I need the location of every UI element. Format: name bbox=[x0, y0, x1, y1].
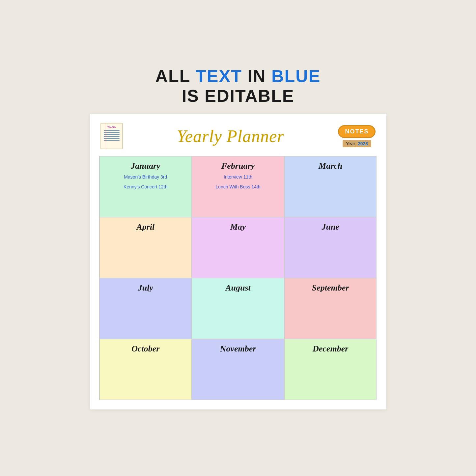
todo-line-5 bbox=[104, 138, 120, 139]
event-item-january-1[interactable]: Kenny's Concert 12th bbox=[124, 184, 167, 189]
month-cell-april[interactable]: April bbox=[99, 217, 192, 278]
headline-text: TEXT bbox=[196, 67, 242, 86]
month-cell-december[interactable]: December bbox=[284, 339, 377, 400]
headline-all: All bbox=[155, 67, 196, 86]
todo-icon: To-Do bbox=[100, 123, 123, 149]
todo-line-6 bbox=[104, 140, 120, 141]
todo-line-3 bbox=[104, 134, 120, 135]
headline-line2: IS EDITABLE bbox=[155, 86, 321, 106]
month-cell-july[interactable]: July bbox=[99, 278, 192, 339]
month-cell-august[interactable]: August bbox=[192, 278, 284, 339]
headline-blue: BLUE bbox=[271, 67, 321, 86]
month-name-may: May bbox=[197, 222, 279, 232]
month-cell-may[interactable]: May bbox=[192, 217, 284, 278]
planner-card: To-Do Yearly Planner NOTES Year: 2 bbox=[90, 114, 386, 409]
month-name-june: June bbox=[290, 222, 371, 232]
month-name-august: August bbox=[197, 283, 279, 293]
year-value[interactable]: 2023 bbox=[358, 141, 368, 146]
month-cell-june[interactable]: June bbox=[284, 217, 377, 278]
headline: All TEXT IN BLUE IS EDITABLE bbox=[155, 67, 321, 106]
todo-margin-line bbox=[106, 124, 106, 149]
planner-title: Yearly Planner bbox=[177, 126, 284, 146]
month-name-july: July bbox=[105, 283, 186, 293]
month-name-february: February bbox=[197, 161, 279, 171]
month-cell-september[interactable]: September bbox=[284, 278, 377, 339]
month-events-february: Interview 11thLunch With Boss 14th bbox=[197, 174, 279, 189]
month-name-december: December bbox=[290, 344, 371, 354]
event-item-february-1[interactable]: Lunch With Boss 14th bbox=[215, 184, 260, 189]
event-item-february-0[interactable]: Interview 11th bbox=[224, 174, 252, 180]
year-badge: Year: 2023 bbox=[343, 140, 371, 147]
notes-section: NOTES Year: 2023 bbox=[338, 125, 376, 147]
month-name-april: April bbox=[105, 222, 186, 232]
event-item-january-0[interactable]: Mason's Birthday 3rd bbox=[124, 174, 167, 180]
month-name-march: March bbox=[290, 161, 371, 171]
month-cell-october[interactable]: October bbox=[99, 339, 192, 400]
headline-in: IN bbox=[242, 67, 271, 86]
planner-header: To-Do Yearly Planner NOTES Year: 2 bbox=[99, 123, 377, 149]
notes-badge: NOTES bbox=[338, 125, 376, 138]
month-events-january: Mason's Birthday 3rdKenny's Concert 12th bbox=[105, 174, 186, 189]
todo-title: To-Do bbox=[104, 126, 120, 129]
month-cell-february[interactable]: FebruaryInterview 11thLunch With Boss 14… bbox=[192, 156, 284, 217]
headline-line1: All TEXT IN BLUE bbox=[155, 67, 321, 86]
year-label: Year: bbox=[346, 141, 356, 146]
todo-line-4 bbox=[104, 136, 120, 137]
month-name-november: November bbox=[197, 344, 279, 354]
todo-lines bbox=[104, 130, 120, 141]
months-grid: JanuaryMason's Birthday 3rdKenny's Conce… bbox=[99, 156, 377, 400]
month-cell-january[interactable]: JanuaryMason's Birthday 3rdKenny's Conce… bbox=[99, 156, 192, 217]
todo-line-2 bbox=[104, 132, 120, 133]
month-cell-november[interactable]: November bbox=[192, 339, 284, 400]
month-name-january: January bbox=[105, 161, 186, 171]
month-cell-march[interactable]: March bbox=[284, 156, 377, 217]
outer-container: All TEXT IN BLUE IS EDITABLE To-Do bbox=[90, 67, 386, 410]
todo-line-1 bbox=[104, 130, 120, 131]
month-name-september: September bbox=[290, 283, 371, 293]
month-name-october: October bbox=[105, 344, 186, 354]
